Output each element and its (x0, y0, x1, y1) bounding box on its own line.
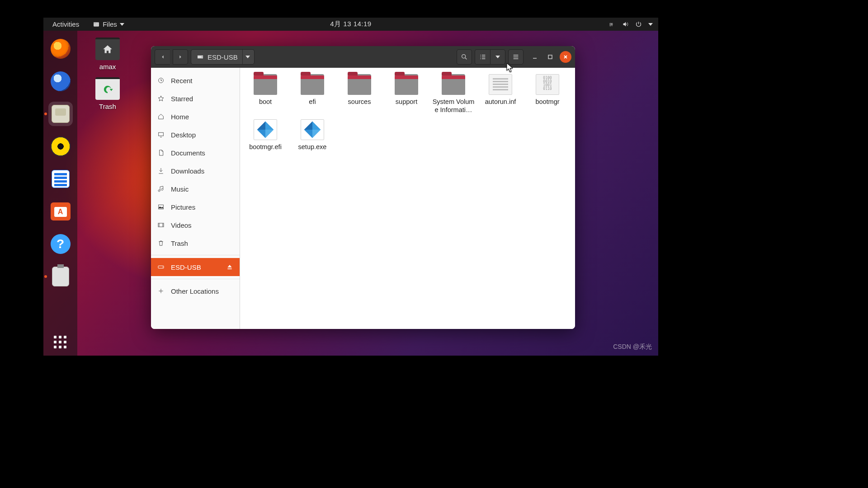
sidebar-item-label: Starred (171, 95, 233, 103)
window-maximize-button[interactable] (544, 51, 556, 63)
desktop-trash-label: Trash (99, 103, 116, 110)
dock-software[interactable] (48, 199, 73, 224)
folder-icon (254, 74, 277, 95)
desktop-home-label: amax (99, 63, 116, 70)
drive-icon (197, 53, 204, 61)
files-app-icon (93, 21, 100, 28)
exe-file-icon (301, 119, 324, 140)
path-segment-esd-usb[interactable]: ESD-USB (192, 50, 242, 64)
activities-button[interactable]: Activities (49, 19, 83, 30)
eject-icon[interactable] (226, 263, 233, 271)
app-menu-files[interactable]: Files (89, 19, 128, 30)
dock-firefox[interactable] (48, 37, 73, 61)
file-setup-exe[interactable]: setup.exe (289, 117, 336, 154)
dock-rhythmbox[interactable] (48, 134, 73, 159)
mount-dot (44, 275, 47, 278)
dock-writer[interactable] (48, 167, 73, 191)
search-button[interactable] (457, 49, 472, 65)
svg-rect-1 (94, 22, 96, 23)
sidebar-item-other-locations[interactable]: Other Locations (151, 282, 240, 300)
folder-support[interactable]: support (383, 71, 430, 117)
sidebar-item-videos[interactable]: Videos (151, 216, 240, 234)
list-view-icon (479, 53, 486, 61)
sidebar-item-label: Music (171, 185, 233, 193)
chevron-down-icon (120, 23, 124, 26)
item-label: efi (309, 98, 316, 106)
folder-icon (442, 74, 465, 95)
sidebar-item-desktop[interactable]: Desktop (151, 126, 240, 144)
folder-sources[interactable]: sources (336, 71, 383, 117)
sidebar-item-recent[interactable]: Recent (151, 71, 240, 89)
writer-icon (52, 170, 70, 188)
dock: ? (43, 31, 77, 356)
home-folder-icon (95, 38, 120, 60)
desktop-trash[interactable]: Trash (85, 77, 130, 110)
item-label: support (396, 98, 417, 106)
sidebar-item-label: Desktop (171, 131, 233, 139)
item-label: bootmgr (535, 98, 559, 106)
chevron-down-icon (245, 56, 250, 58)
close-icon (563, 54, 568, 60)
file-bootmgr-efi[interactable]: bootmgr.efi (242, 117, 289, 154)
sidebar-separator (151, 279, 240, 279)
path-bar[interactable]: ESD-USB (191, 49, 255, 65)
folder-efi[interactable]: efi (289, 71, 336, 117)
minimize-icon (532, 54, 538, 60)
dock-files[interactable] (48, 102, 73, 126)
home-icon (157, 113, 165, 120)
sidebar-item-label: Other Locations (171, 287, 233, 295)
volume-icon (622, 21, 629, 28)
system-tray[interactable]: 拼 (609, 21, 653, 28)
music-icon (157, 185, 165, 192)
dock-help[interactable]: ? (48, 232, 73, 256)
hamburger-icon (512, 53, 519, 61)
content-area[interactable]: boot efi sources support (240, 68, 575, 329)
show-applications-button[interactable] (54, 336, 67, 349)
sidebar-item-home[interactable]: Home (151, 108, 240, 126)
path-dropdown-button[interactable] (242, 50, 253, 64)
window-close-button[interactable] (560, 51, 571, 63)
file-manager-window: ESD-USB (151, 46, 575, 329)
power-icon (635, 21, 642, 28)
folder-boot[interactable]: boot (242, 71, 289, 117)
desktop-icons: amax Trash (85, 38, 130, 117)
sidebar-item-downloads[interactable]: Downloads (151, 162, 240, 180)
sidebar-item-documents[interactable]: Documents (151, 144, 240, 162)
dock-thunderbird[interactable] (48, 69, 73, 94)
videos-icon (157, 221, 165, 229)
sidebar-item-trash[interactable]: Trash (151, 234, 240, 252)
sidebar-item-starred[interactable]: Starred (151, 89, 240, 108)
sidebar-item-esd-usb[interactable]: ESD-USB (151, 258, 240, 276)
sidebar-item-music[interactable]: Music (151, 180, 240, 198)
trash-icon (95, 77, 120, 100)
running-dot (44, 113, 47, 115)
music-icon (51, 136, 71, 156)
clock-icon (157, 77, 165, 84)
plus-icon (157, 287, 165, 295)
top-panel: Activities Files 4月 13 14:19 拼 (43, 18, 658, 31)
nav-back-button[interactable] (155, 49, 170, 65)
hamburger-menu-button[interactable] (508, 49, 524, 65)
folder-system-volume-information[interactable]: System Volume Informati… (430, 71, 477, 117)
nav-forward-button[interactable] (173, 49, 188, 65)
desktop-icon (157, 131, 165, 138)
usb-drive-icon (52, 267, 69, 286)
dock-usb-drive[interactable] (48, 264, 73, 289)
item-label: bootmgr.efi (249, 143, 282, 151)
help-icon: ? (51, 234, 71, 254)
clock[interactable]: 4月 13 14:19 (330, 20, 371, 28)
app-menu-label: Files (103, 20, 117, 28)
desktop-home-folder[interactable]: amax (85, 38, 130, 70)
thunderbird-icon (51, 71, 71, 91)
svg-point-12 (162, 267, 163, 267)
file-autorun-inf[interactable]: autorun.inf (477, 71, 524, 117)
downloads-icon (157, 167, 165, 174)
sidebar-item-label: Trash (171, 239, 233, 247)
sidebar-item-pictures[interactable]: Pictures (151, 198, 240, 216)
window-minimize-button[interactable] (529, 51, 541, 63)
file-bootmgr[interactable]: 0100 0010 1001 0110 bootmgr (524, 71, 571, 117)
view-options-button[interactable] (490, 49, 505, 65)
sidebar-item-label: Home (171, 113, 233, 121)
view-list-button[interactable] (475, 49, 490, 65)
maximize-icon (547, 54, 553, 60)
